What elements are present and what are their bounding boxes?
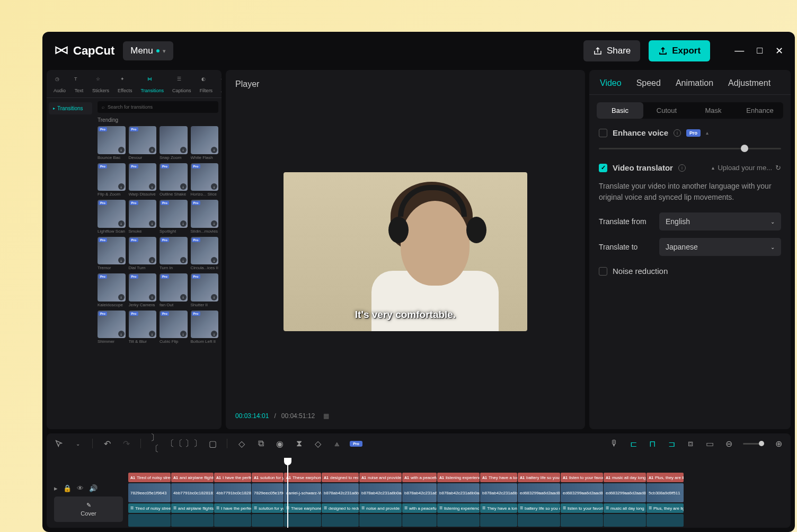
transition-item[interactable]: Pro↓Flip & Zoom xyxy=(98,163,126,197)
chevron-down-icon[interactable]: ⌄ xyxy=(73,439,83,448)
video-preview[interactable]: It's very comfortable. xyxy=(284,172,527,331)
upload-media-link[interactable]: ▴ Upload your me... ↻ xyxy=(712,164,781,172)
sub-tab-basic[interactable]: Basic xyxy=(597,102,643,119)
collapse-icon[interactable]: ▴ xyxy=(706,130,709,136)
transition-item[interactable]: Pro↓Devour xyxy=(129,126,157,160)
play-icon[interactable]: ◉ xyxy=(275,439,285,448)
download-icon[interactable]: ↓ xyxy=(149,147,155,153)
transition-item[interactable]: Pro↓Tilt & Blur xyxy=(129,311,157,344)
playhead[interactable] xyxy=(287,458,288,528)
timeline-clip[interactable]: ☰ Plus, they are lig xyxy=(647,503,684,513)
track-toggle-icon[interactable]: ▸ xyxy=(54,484,58,492)
timeline-clip[interactable]: A1 Plus, they are lig xyxy=(647,473,684,482)
transition-item[interactable]: ↓White Flash xyxy=(191,126,219,160)
transition-item[interactable]: Pro↓Shimmer xyxy=(98,311,126,344)
timeline-clip[interactable]: ed683299aa6d2aad8b xyxy=(604,483,646,502)
transition-item[interactable]: Pro↓Circula...ices II xyxy=(191,237,219,271)
transition-item[interactable]: Pro↓Outline Shake xyxy=(160,163,188,197)
tool-tab-adju[interactable]: ➙Adju xyxy=(217,74,222,95)
maximize-button[interactable]: □ xyxy=(757,45,763,57)
download-icon[interactable]: ↓ xyxy=(180,257,187,263)
download-icon[interactable]: ↓ xyxy=(118,294,125,300)
rotate-icon[interactable]: ◇ xyxy=(313,439,323,448)
timeline-clip[interactable]: A1 These earphones a xyxy=(284,473,321,482)
timeline-clip[interactable]: ☰ Tired of noisy streets xyxy=(128,503,171,513)
pro-tool-icon[interactable]: Pro xyxy=(351,439,361,448)
download-icon[interactable]: ↓ xyxy=(118,183,125,190)
timeline-clip[interactable]: ☰ battery life so you c xyxy=(518,503,560,513)
close-button[interactable]: ✕ xyxy=(775,45,783,57)
timeline-clip[interactable] xyxy=(647,514,684,527)
transition-item[interactable]: Pro↓Slidin...movies xyxy=(191,200,219,234)
timeline-clip[interactable]: ☰ noise and provide xyxy=(359,503,402,513)
timeline-clip[interactable]: A1 They have a long xyxy=(480,473,517,482)
tool-tab-text[interactable]: TText xyxy=(70,74,87,95)
magnet-icon[interactable]: ⊓ xyxy=(648,439,657,448)
mic-icon[interactable]: 🎙 xyxy=(609,439,619,448)
download-icon[interactable]: ↓ xyxy=(211,147,217,153)
timeline-clip[interactable] xyxy=(322,514,359,527)
download-icon[interactable]: ↓ xyxy=(149,294,155,300)
timeline-clip[interactable]: ☰ listen to your favori xyxy=(561,503,603,513)
translate-from-select[interactable]: English ⌄ xyxy=(659,212,781,230)
download-icon[interactable]: ↓ xyxy=(118,331,125,337)
select-tool-icon[interactable] xyxy=(54,439,64,448)
timeline-clip[interactable]: A1 I have the perfec xyxy=(214,473,251,482)
trim-right-icon[interactable]: 〕〕 xyxy=(189,439,198,448)
download-icon[interactable]: ↓ xyxy=(149,331,155,337)
timeline-clip[interactable]: ed683299aa6d2aad8b xyxy=(561,483,603,502)
download-icon[interactable]: ↓ xyxy=(211,183,217,190)
download-icon[interactable]: ↓ xyxy=(180,220,187,227)
tool-tab-audio[interactable]: ◷Audio xyxy=(50,74,69,95)
cover-button[interactable]: ✎ Cover xyxy=(54,496,123,522)
lock-icon[interactable]: 🔒 xyxy=(63,484,72,492)
sub-tab-cutout[interactable]: Cutout xyxy=(643,102,690,119)
download-icon[interactable]: ↓ xyxy=(180,183,187,190)
timeline-clip[interactable]: A1 solution for you xyxy=(252,473,284,482)
timeline-clip[interactable]: 7829eec05e1f9643 xyxy=(128,483,171,502)
download-icon[interactable]: ↓ xyxy=(211,220,217,227)
slider-thumb[interactable] xyxy=(741,145,748,152)
timeline-clip[interactable] xyxy=(171,514,214,527)
mirror-icon[interactable]: ⧗ xyxy=(294,439,304,448)
split-icon[interactable]: 〕〔 xyxy=(150,439,160,448)
noise-reduction-checkbox[interactable] xyxy=(599,267,607,276)
category-transitions[interactable]: Transitions xyxy=(49,102,92,114)
timeline-clip[interactable] xyxy=(402,514,437,527)
timeline-clip[interactable] xyxy=(359,514,402,527)
transition-item[interactable]: Pro↓Spotlight xyxy=(160,200,188,234)
timeline-clip[interactable] xyxy=(214,514,251,527)
download-icon[interactable]: ↓ xyxy=(149,220,155,227)
transition-item[interactable]: Pro↓Kaleidoscope xyxy=(98,273,126,307)
tool-tab-captions[interactable]: ☰Captions xyxy=(169,74,195,95)
timeline-clip[interactable]: ☰ music all day long xyxy=(604,503,646,513)
enhance-voice-checkbox[interactable] xyxy=(599,129,607,137)
redo-icon[interactable]: ↷ xyxy=(121,439,131,448)
grid-icon[interactable]: ▦ xyxy=(323,412,329,420)
timeline-clip[interactable] xyxy=(128,514,171,527)
timeline-clip[interactable]: ☰ designed to reduc xyxy=(322,503,359,513)
transition-item[interactable]: Pro↓Shutter II xyxy=(191,273,219,307)
transition-item[interactable]: Pro↓Jerky Camera xyxy=(129,273,157,307)
tool-tab-filters[interactable]: ◐Filters xyxy=(196,74,217,95)
download-icon[interactable]: ↓ xyxy=(211,331,217,337)
export-button[interactable]: Export xyxy=(649,40,710,61)
magnet-start-icon[interactable]: ⊏ xyxy=(628,439,638,448)
transition-item[interactable]: Pro↓Tremor xyxy=(98,237,126,271)
share-button[interactable]: Share xyxy=(583,40,640,61)
timeline-tracks[interactable]: A1 Tired of noisy streetsA1 and airplane… xyxy=(128,458,783,528)
transition-item[interactable]: Pro↓Cubic Flip xyxy=(160,311,188,344)
timeline-clip[interactable]: ☰ I have the perfec xyxy=(214,503,251,513)
transition-item[interactable]: Pro↓Bounce Bac xyxy=(98,126,126,160)
minimize-button[interactable]: — xyxy=(734,45,744,57)
download-icon[interactable]: ↓ xyxy=(180,331,187,337)
info-icon[interactable]: i xyxy=(678,164,686,172)
timeline-clip[interactable]: daniel-j-schwarz-Wn xyxy=(284,483,321,502)
info-icon[interactable]: i xyxy=(674,129,681,137)
preview-toggle-icon[interactable]: ▭ xyxy=(705,439,714,448)
timeline-clip[interactable]: A1 and airplane flights? xyxy=(171,473,214,482)
timeline-clip[interactable]: A1 Tired of noisy streets xyxy=(128,473,171,482)
delete-icon[interactable]: ▢ xyxy=(208,439,217,448)
timeline-clip[interactable]: A1 listening experienc xyxy=(437,473,480,482)
tool-tab-transitions[interactable]: ⋈Transitions xyxy=(137,74,167,95)
